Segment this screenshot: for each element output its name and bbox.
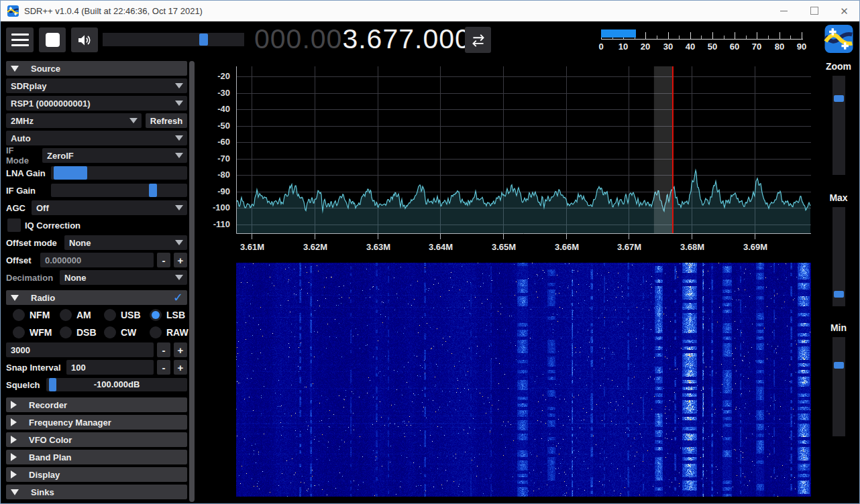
squelch-label: Squelch <box>6 380 42 390</box>
offset-input[interactable]: 0.000000 <box>40 253 154 267</box>
frequency-manager-section-header[interactable]: Frequency Manager <box>6 415 187 430</box>
vfo-color-section-header[interactable]: VFO Color <box>6 432 187 447</box>
titlebar[interactable]: SDR++ v1.0.4 (Built at 22:46:36, Oct 17 … <box>1 1 859 21</box>
menu-button[interactable] <box>6 27 34 52</box>
zoom-label: Zoom <box>826 61 851 72</box>
maximize-icon[interactable] <box>799 1 829 21</box>
device-value: RSP1 (0000000001) <box>11 99 91 109</box>
chevron-down-icon <box>175 275 183 280</box>
agc-select[interactable]: Off <box>32 200 187 215</box>
mode-lsb[interactable]: LSB <box>143 308 187 322</box>
squelch-slider[interactable]: -100.000dB <box>46 378 187 391</box>
lna-gain-label: LNA Gain <box>6 168 47 178</box>
snap-decrement-button[interactable]: - <box>157 360 170 375</box>
max-slider[interactable] <box>832 207 845 306</box>
radio-section-label: Radio <box>31 293 55 303</box>
source-section-label: Source <box>31 64 60 74</box>
mode-row-2: WFM DSB CW RAW <box>6 325 187 340</box>
check-icon[interactable]: ✓ <box>173 290 183 305</box>
decimation-value: None <box>64 273 87 283</box>
fft-x-tick-label: 3.64M <box>421 242 461 252</box>
mode-wfm[interactable]: WFM <box>6 325 53 340</box>
agc-value: Off <box>36 203 49 213</box>
fft-y-tick-label: -90 <box>201 186 230 196</box>
mute-button[interactable] <box>71 27 98 52</box>
sidebar: Source SDRplay RSP1 (0000000001) 2MHz Re… <box>6 61 187 499</box>
if-mode-select[interactable]: ZeroIF <box>42 148 187 163</box>
fft-y-tick-label: -110 <box>201 219 230 229</box>
waterfall[interactable] <box>236 263 811 497</box>
frequency-value: 3.677.000 <box>342 23 470 54</box>
chevron-down-icon <box>11 295 19 301</box>
bandwidth-input[interactable]: 3000 <box>6 342 154 357</box>
fft-x-tick-label: 3.69M <box>735 242 775 252</box>
sidebar-scrollbar[interactable] <box>189 61 195 502</box>
decimation-label: Decimation <box>6 273 56 283</box>
fft-y-tick-label: -80 <box>201 170 230 180</box>
zoom-slider[interactable] <box>832 76 845 175</box>
bandwidth-value: 3000 <box>11 345 30 355</box>
volume-slider[interactable] <box>103 33 244 46</box>
offset-increment-button[interactable]: + <box>174 253 187 267</box>
refresh-button[interactable]: Refresh <box>146 113 187 128</box>
close-icon[interactable]: ✕ <box>829 1 859 21</box>
source-section-header[interactable]: Source <box>6 61 187 76</box>
mode-dsb[interactable]: DSB <box>53 325 97 340</box>
mode-usb[interactable]: USB <box>97 308 143 322</box>
mode-row-1: NFM AM USB LSB <box>6 308 187 322</box>
fft-y-tick-label: -40 <box>201 104 230 114</box>
chevron-down-icon <box>175 205 183 210</box>
stop-button[interactable] <box>39 27 66 52</box>
source-driver-select[interactable]: SDRplay <box>6 78 187 93</box>
chevron-down-icon <box>129 118 138 123</box>
iq-correction-checkbox[interactable] <box>7 218 21 232</box>
min-slider[interactable] <box>832 337 845 436</box>
fft-y-tick-label: -50 <box>201 121 230 131</box>
samplerate-value: 2MHz <box>11 116 34 126</box>
snap-interval-input[interactable]: 100 <box>66 360 154 375</box>
mode-cw[interactable]: CW <box>97 325 143 340</box>
mode-nfm[interactable]: NFM <box>6 308 53 322</box>
chevron-right-icon <box>11 436 17 444</box>
offset-mode-select[interactable]: None <box>64 235 187 250</box>
if-mode-label: IF Mode <box>6 145 38 166</box>
bandwidth-increment-button[interactable]: + <box>174 342 187 357</box>
snap-increment-button[interactable]: + <box>174 360 187 375</box>
window-title: SDR++ v1.0.4 (Built at 22:46:36, Oct 17 … <box>24 6 203 16</box>
fft-y-tick-label: -30 <box>201 88 230 98</box>
bandwidth-decrement-button[interactable]: - <box>157 342 170 357</box>
swap-arrows-icon <box>470 32 487 49</box>
tune-swap-button[interactable] <box>465 27 491 53</box>
meter-tick-label: 70 <box>752 42 761 52</box>
iq-correction-label: IQ Correction <box>25 220 80 231</box>
offset-decrement-button[interactable]: - <box>157 253 170 267</box>
samplerate-select[interactable]: 2MHz <box>6 113 142 128</box>
display-section-header[interactable]: Display <box>6 467 187 482</box>
meter-tick-label: 60 <box>730 42 739 52</box>
minimize-icon[interactable] <box>769 1 799 21</box>
min-label: Min <box>830 322 847 333</box>
snr-meter: 0102030405060708090 <box>600 27 805 54</box>
radio-dot <box>60 309 72 321</box>
decimation-select[interactable]: None <box>60 270 187 285</box>
radio-section-header[interactable]: Radio ✓ <box>6 290 187 305</box>
fft-y-tick-label: -70 <box>201 153 230 164</box>
sinks-section-header[interactable]: Sinks <box>6 485 187 499</box>
meter-tick-label: 30 <box>663 42 673 52</box>
mode-am[interactable]: AM <box>53 308 97 322</box>
fft-x-tick-label: 3.63M <box>358 242 398 252</box>
mode-raw[interactable]: RAW <box>143 325 187 340</box>
if-gain-slider[interactable] <box>51 184 187 197</box>
fft-x-tick-label: 3.67M <box>609 242 649 252</box>
chevron-down-icon <box>175 83 183 88</box>
frequency-display[interactable]: 000.003.677.000 <box>254 23 471 55</box>
band-plan-section-header[interactable]: Band Plan <box>6 450 187 464</box>
device-select[interactable]: RSP1 (0000000001) <box>6 96 187 111</box>
lna-gain-slider[interactable] <box>51 166 187 180</box>
recorder-section-header[interactable]: Recorder <box>6 397 187 412</box>
fft-spectrum[interactable] <box>236 66 811 241</box>
meter-tick-label: 0 <box>598 42 603 52</box>
snap-interval-value: 100 <box>71 363 86 373</box>
offset-mode-value: None <box>69 238 91 248</box>
antenna-select[interactable]: Auto <box>6 131 187 145</box>
